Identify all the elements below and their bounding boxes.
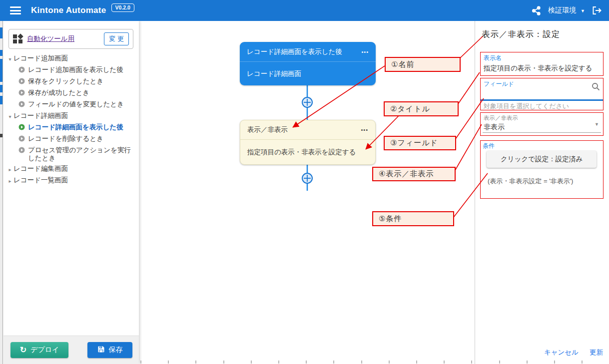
tree-expanded-icon[interactable]: ▾ xyxy=(6,112,13,121)
app-title: Kintone Automate xyxy=(31,5,106,15)
tree-collapsed-icon[interactable]: ▸ xyxy=(6,165,13,174)
sync-icon: ↻ xyxy=(20,346,26,354)
trigger-node-title: レコード詳細画面を表示した後 xyxy=(247,47,342,56)
tree-item-9[interactable]: ▸レコード編集画面 xyxy=(5,163,137,175)
display-name-value[interactable]: 指定項目の表示・非表示を設定する xyxy=(484,64,600,73)
action-node-subtitle: 指定項目の表示・非表示を設定する xyxy=(247,148,356,157)
more-menu-icon[interactable]: ••• xyxy=(361,127,368,133)
field-input-underline xyxy=(481,99,603,101)
app-link[interactable]: 自動化ツール用 xyxy=(27,34,104,43)
play-circle-icon xyxy=(18,135,28,144)
display-name-field[interactable]: 表示名 指定項目の表示・非表示を設定する xyxy=(480,52,604,76)
top-bar: Kintone Automate V0.2.0 検証環境 ▼ xyxy=(0,0,609,21)
visibility-underline xyxy=(483,132,601,133)
action-node[interactable]: 表示／非表示 ••• 指定項目の表示・非表示を設定する xyxy=(240,120,376,165)
sidebar: 自動化ツール用 変 更 ▾レコード追加画面 レコード追加画面を表示した後 保存を… xyxy=(3,21,139,364)
save-button[interactable]: 保存 xyxy=(87,342,132,358)
tree-item-10[interactable]: ▸レコード一覧画面 xyxy=(5,175,137,186)
version-badge: V0.2.0 xyxy=(111,3,134,12)
tree-item-8[interactable]: プロセス管理のアクションを実行したとき xyxy=(5,145,137,163)
change-app-button[interactable]: 変 更 xyxy=(104,32,129,45)
play-circle-icon xyxy=(18,123,28,132)
tree-item-3[interactable]: 保存が成功したとき xyxy=(5,87,137,99)
trigger-node-subtitle: レコード詳細画面 xyxy=(247,69,301,78)
trigger-node[interactable]: レコード詳細画面を表示した後 ••• レコード詳細画面 xyxy=(240,42,376,85)
annotation-title: ②タイトル xyxy=(384,101,459,116)
annotation-condition: ⑤条件 xyxy=(372,211,454,226)
annotation-field: ③フィールド xyxy=(384,136,456,150)
visibility-label: 表示／非表示 xyxy=(484,114,600,122)
tree-item-5[interactable]: ▾レコード詳細画面 xyxy=(5,110,137,122)
condition-set-button[interactable]: クリックで設定：設定済み xyxy=(487,151,597,168)
event-tree: ▾レコード追加画面 レコード追加画面を表示した後 保存をクリックしたとき 保存が… xyxy=(5,53,137,186)
sidebar-footer: ↻ デプロイ 保存 xyxy=(3,336,139,364)
deploy-button[interactable]: ↻ デプロイ xyxy=(10,342,68,358)
condition-label: 条件 xyxy=(483,142,601,150)
add-step-button-2[interactable] xyxy=(302,173,312,183)
environment-selector[interactable]: 検証環境 ▼ xyxy=(548,6,585,15)
canvas-ruler-ticks xyxy=(139,361,609,364)
field-search-box[interactable]: フィールド 対象項目を選択してください xyxy=(480,78,604,110)
play-circle-icon xyxy=(18,66,28,75)
minimap-strip[interactable] xyxy=(0,21,3,364)
tree-item-6[interactable]: レコード詳細画面を表示した後 xyxy=(5,122,137,133)
share-icon[interactable] xyxy=(532,6,541,15)
condition-section: 条件 クリックで設定：設定済み (表示・非表示設定 = '非表示') xyxy=(480,140,604,199)
play-circle-icon xyxy=(18,89,28,98)
logout-icon[interactable] xyxy=(592,6,602,15)
annotation-visibility: ④表示／非表示 xyxy=(372,167,456,181)
field-label: フィールド xyxy=(484,80,600,88)
visibility-value[interactable]: 非表示 xyxy=(484,123,600,132)
action-node-title: 表示／非表示 xyxy=(247,125,288,134)
update-link[interactable]: 更新 xyxy=(590,348,603,357)
tree-item-1[interactable]: レコード追加画面を表示した後 xyxy=(5,64,137,76)
environment-label: 検証環境 xyxy=(548,6,576,15)
tree-item-2[interactable]: 保存をクリックしたとき xyxy=(5,76,137,87)
tree-item-0[interactable]: ▾レコード追加画面 xyxy=(5,53,137,64)
condition-expression: (表示・非表示設定 = '非表示') xyxy=(488,177,573,186)
app-selector-card: 自動化ツール用 変 更 xyxy=(8,29,133,49)
tree-item-4[interactable]: フィールドの値を変更したとき xyxy=(5,99,137,110)
play-circle-icon xyxy=(18,146,28,155)
play-circle-icon xyxy=(18,77,28,86)
tree-expanded-icon[interactable]: ▾ xyxy=(6,54,13,63)
app-icon xyxy=(13,34,23,44)
hamburger-menu-icon[interactable] xyxy=(10,6,21,14)
display-name-label: 表示名 xyxy=(484,54,600,62)
panel-title: 表示／非表示：設定 xyxy=(482,29,561,40)
search-icon[interactable] xyxy=(592,82,600,93)
visibility-select[interactable]: 表示／非表示 非表示 ▼ xyxy=(480,112,604,136)
annotation-name: ①名前 xyxy=(385,57,461,72)
floppy-icon xyxy=(97,346,105,355)
play-circle-icon xyxy=(18,100,28,109)
cancel-link[interactable]: キャンセル xyxy=(544,348,579,357)
field-placeholder: 対象項目を選択してください xyxy=(484,102,569,111)
dropdown-caret-icon[interactable]: ▼ xyxy=(595,122,599,127)
settings-panel: 表示／非表示：設定 表示名 指定項目の表示・非表示を設定する フィールド 対象項… xyxy=(475,21,609,364)
add-step-button-1[interactable] xyxy=(302,97,312,107)
tree-collapsed-icon[interactable]: ▸ xyxy=(6,176,13,185)
page: Kintone Automate V0.2.0 検証環境 ▼ xyxy=(0,0,609,364)
flow-canvas: レコード詳細画面を表示した後 ••• レコード詳細画面 表示／非表示 ••• 指… xyxy=(139,21,475,364)
more-menu-icon[interactable]: ••• xyxy=(361,49,369,55)
chevron-down-icon: ▼ xyxy=(581,8,585,13)
tree-item-7[interactable]: レコードを削除するとき xyxy=(5,133,137,145)
